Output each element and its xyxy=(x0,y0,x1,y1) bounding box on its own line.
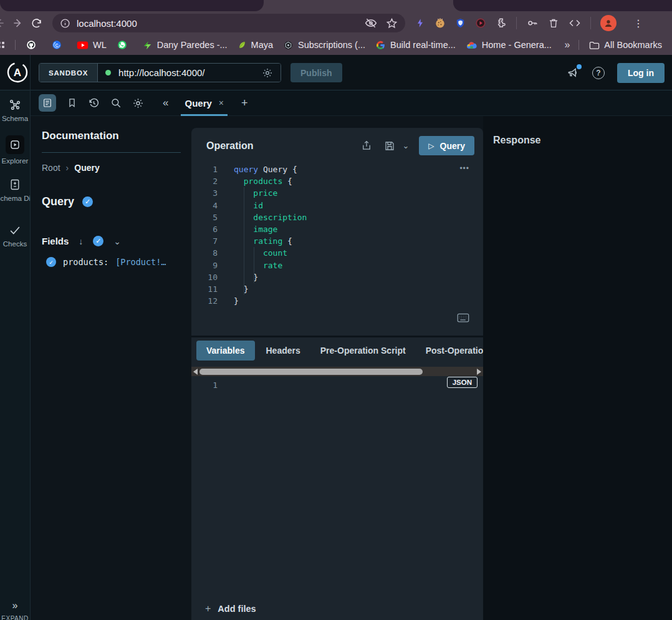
history-icon[interactable] xyxy=(88,97,100,109)
tab-headers[interactable]: Headers xyxy=(257,341,309,361)
schema-graph-icon xyxy=(8,98,22,112)
collapse-sidebar-icon[interactable]: « xyxy=(163,97,168,109)
eye-slash-icon[interactable] xyxy=(365,17,377,29)
endpoint-input[interactable]: http://localhost:4000/ xyxy=(98,64,281,82)
url-text[interactable]: localhost:4000 xyxy=(77,18,356,29)
trash-icon[interactable] xyxy=(548,17,559,29)
browser-menu-icon[interactable]: ⋮ xyxy=(633,17,643,29)
announcements-megaphone-icon[interactable] xyxy=(566,67,580,79)
help-icon[interactable]: ? xyxy=(592,67,605,79)
endpoint-url[interactable]: http://localhost:4000/ xyxy=(118,67,262,78)
extensions-puzzle-icon[interactable] xyxy=(496,17,507,29)
operation-panel: Operation ⌄ ▷ Query 1query Query { 2 pro… xyxy=(191,128,483,620)
bookmark-item-youtube[interactable]: WL xyxy=(77,40,107,50)
lightning-extension-icon[interactable] xyxy=(415,17,425,29)
svg-text:C: C xyxy=(55,43,59,47)
devtools-code-icon[interactable] xyxy=(569,17,581,29)
shield-extension-icon[interactable] xyxy=(455,17,466,29)
tab-variables[interactable]: Variables xyxy=(196,341,255,361)
bookmarks-overflow-icon[interactable]: » xyxy=(564,39,570,51)
header-right-cluster: ? Log in xyxy=(566,55,665,90)
cookie-extension-icon[interactable] xyxy=(434,17,446,29)
verified-check-icon: ✓ xyxy=(93,236,103,246)
sidebar-item-schema[interactable]: Schema xyxy=(0,98,30,123)
documentation-panel-button[interactable] xyxy=(39,94,56,112)
code-line: 12} xyxy=(191,295,483,307)
bookmark-item-home-general[interactable]: Home - Genera... xyxy=(466,40,552,50)
search-icon[interactable] xyxy=(110,97,122,109)
sidebar-item-explorer[interactable]: Explorer xyxy=(0,135,30,165)
query-editor[interactable]: 1query Query { 2 products { 3 price 4 id… xyxy=(191,163,483,307)
breadcrumb: Root › Query xyxy=(42,163,191,173)
plus-icon: + xyxy=(205,603,211,614)
tab-query[interactable]: Query × xyxy=(182,90,226,116)
breadcrumb-current[interactable]: Query xyxy=(74,163,99,173)
variables-editor-line[interactable]: 1 xyxy=(191,380,218,390)
sidebar-item-schema-diff[interactable]: Schema Diff xyxy=(0,178,30,203)
saved-operations-bookmark-icon[interactable] xyxy=(67,97,77,109)
profile-avatar[interactable] xyxy=(600,15,617,31)
login-button[interactable]: Log in xyxy=(617,63,665,83)
browser-toolbar: localhost:4000 xyxy=(0,11,672,35)
bookmark-item-github[interactable] xyxy=(26,39,41,51)
bookmark-item-blue-c[interactable]: C xyxy=(51,39,67,51)
passwords-key-icon[interactable] xyxy=(526,17,539,29)
tab-post-operation-script[interactable]: Post-Operation Script xyxy=(417,341,483,361)
breadcrumb-root[interactable]: Root xyxy=(42,163,60,173)
panel-divider xyxy=(191,336,483,337)
bookmark-item-whatsapp[interactable] xyxy=(117,39,132,51)
save-menu-chevron-icon[interactable]: ⌄ xyxy=(402,141,409,150)
save-icon[interactable] xyxy=(384,140,395,152)
code-line: 11 } xyxy=(191,283,483,295)
type-heading: Query ✓ xyxy=(42,195,191,208)
bookmarks-bar: C WL Dany Paredes -... Maya Subscription… xyxy=(0,35,672,55)
json-mode-badge[interactable]: JSON xyxy=(447,377,478,388)
bookmark-star-icon[interactable] xyxy=(386,17,398,29)
sidebar-item-checks[interactable]: Checks xyxy=(0,223,30,248)
fields-header: Fields ↓ ✓ ⌄ xyxy=(42,236,191,246)
horizontal-scrollbar[interactable] xyxy=(191,367,483,376)
workspace-tabbar: « Query × + xyxy=(31,90,672,116)
add-tab-button[interactable]: + xyxy=(241,97,248,110)
bookmark-item-subscriptions[interactable]: Subscriptions (... xyxy=(283,40,365,51)
connection-settings-gear-icon[interactable] xyxy=(262,67,273,79)
svg-text:A: A xyxy=(14,67,21,79)
browser-tab[interactable] xyxy=(0,0,264,11)
editor-menu-icon[interactable]: ••• xyxy=(459,164,469,173)
add-files-button[interactable]: + Add files xyxy=(205,603,256,614)
scroll-right-arrow-icon[interactable] xyxy=(477,369,481,375)
collapse-fields-chevron-icon[interactable]: ⌄ xyxy=(113,236,121,246)
explorer-settings-gear-icon[interactable] xyxy=(132,97,144,109)
scroll-left-arrow-icon[interactable] xyxy=(193,369,198,375)
publish-button[interactable]: Publish xyxy=(290,63,342,82)
bookmark-item-build-realtime[interactable]: Build real-time... xyxy=(375,40,456,51)
forward-icon[interactable] xyxy=(12,17,24,29)
scrollbar-thumb[interactable] xyxy=(199,369,423,375)
back-icon[interactable] xyxy=(0,17,6,29)
close-tab-icon[interactable]: × xyxy=(219,98,224,108)
tab-pre-operation-script[interactable]: Pre-Operation Script xyxy=(312,341,415,361)
apps-grid-icon[interactable] xyxy=(0,41,6,50)
bookmarks-divider xyxy=(15,40,16,50)
address-bar[interactable]: localhost:4000 xyxy=(52,14,405,32)
keyboard-shortcuts-icon[interactable] xyxy=(457,313,469,322)
all-bookmarks[interactable]: All Bookmarks xyxy=(589,40,662,50)
toolbar-divider xyxy=(590,17,591,29)
sort-arrow-icon[interactable]: ↓ xyxy=(79,236,83,246)
bookmark-item-dany-paredes[interactable]: Dany Paredes -... xyxy=(142,40,228,51)
run-query-button[interactable]: ▷ Query xyxy=(419,136,474,155)
documentation-panel: Documentation Root › Query Query ✓ Field… xyxy=(31,116,191,620)
reload-icon[interactable] xyxy=(31,17,42,29)
field-type-link[interactable]: [Product!… xyxy=(115,257,166,267)
record-extension-icon[interactable] xyxy=(475,17,486,29)
code-line: 6 image xyxy=(191,223,483,235)
rail-expand-button[interactable]: » EXPAND xyxy=(0,600,30,620)
documentation-divider xyxy=(42,152,181,153)
field-item-products[interactable]: ✓ products: [Product!… xyxy=(46,257,191,267)
site-info-icon[interactable] xyxy=(60,18,70,29)
code-line: 5 description xyxy=(191,211,483,223)
browser-tab[interactable] xyxy=(453,0,672,11)
share-icon[interactable] xyxy=(361,140,372,152)
bookmark-item-maya[interactable]: Maya xyxy=(238,40,273,50)
code-line: 3 price xyxy=(191,187,483,199)
